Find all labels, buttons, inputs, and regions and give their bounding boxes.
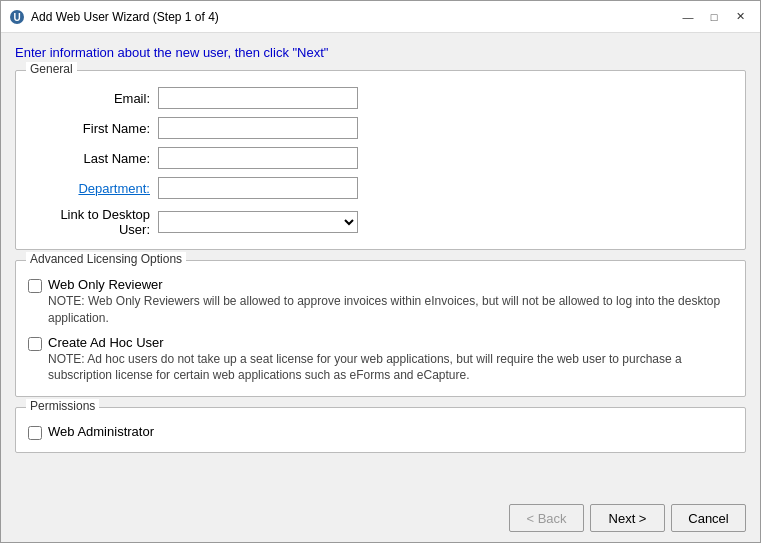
web-admin-label: Web Administrator <box>48 424 154 439</box>
first-name-input[interactable] <box>158 117 358 139</box>
close-button[interactable]: ✕ <box>728 7 752 27</box>
web-only-reviewer-row: Web Only Reviewer NOTE: Web Only Reviewe… <box>28 277 733 327</box>
create-ad-hoc-row: Create Ad Hoc User NOTE: Ad hoc users do… <box>28 335 733 385</box>
maximize-button[interactable]: □ <box>702 7 726 27</box>
instruction-text: Enter information about the new user, th… <box>15 45 746 60</box>
advanced-section: Advanced Licensing Options Web Only Revi… <box>15 260 746 397</box>
advanced-section-label: Advanced Licensing Options <box>26 252 186 266</box>
wizard-window: U Add Web User Wizard (Step 1 of 4) — □ … <box>0 0 761 543</box>
department-input[interactable] <box>158 177 358 199</box>
window-controls: — □ ✕ <box>676 7 752 27</box>
link-to-desktop-row: Link to Desktop User: <box>28 207 733 237</box>
instruction-prefix: Enter information about the new user, th… <box>15 45 293 60</box>
window-icon: U <box>9 9 25 25</box>
web-only-reviewer-label: Web Only Reviewer <box>48 277 733 292</box>
general-section: General Email: First Name: Last Name: De… <box>15 70 746 250</box>
create-ad-hoc-checkbox[interactable] <box>28 337 42 351</box>
email-row: Email: <box>28 87 733 109</box>
svg-text:U: U <box>13 12 20 23</box>
first-name-label: First Name: <box>28 121 158 136</box>
window-title: Add Web User Wizard (Step 1 of 4) <box>31 10 676 24</box>
email-input[interactable] <box>158 87 358 109</box>
titlebar: U Add Web User Wizard (Step 1 of 4) — □ … <box>1 1 760 33</box>
instruction-link: "Next" <box>293 45 329 60</box>
create-ad-hoc-note: NOTE: Ad hoc users do not take up a seat… <box>48 351 733 385</box>
web-admin-checkbox[interactable] <box>28 426 42 440</box>
next-button[interactable]: Next > <box>590 504 665 532</box>
web-only-reviewer-label-group: Web Only Reviewer NOTE: Web Only Reviewe… <box>48 277 733 327</box>
footer: < Back Next > Cancel <box>1 496 760 542</box>
sections-wrapper: General Email: First Name: Last Name: De… <box>15 70 746 484</box>
wizard-content: Enter information about the new user, th… <box>1 33 760 496</box>
link-to-desktop-label: Link to Desktop User: <box>28 207 158 237</box>
link-to-desktop-select[interactable] <box>158 211 358 233</box>
back-button[interactable]: < Back <box>509 504 584 532</box>
web-only-reviewer-note: NOTE: Web Only Reviewers will be allowed… <box>48 293 733 327</box>
permissions-section-label: Permissions <box>26 399 99 413</box>
minimize-button[interactable]: — <box>676 7 700 27</box>
last-name-row: Last Name: <box>28 147 733 169</box>
department-row: Department: <box>28 177 733 199</box>
last-name-label: Last Name: <box>28 151 158 166</box>
general-section-label: General <box>26 62 77 76</box>
create-ad-hoc-label: Create Ad Hoc User <box>48 335 733 350</box>
create-ad-hoc-label-group: Create Ad Hoc User NOTE: Ad hoc users do… <box>48 335 733 385</box>
first-name-row: First Name: <box>28 117 733 139</box>
department-label[interactable]: Department: <box>28 181 158 196</box>
web-only-reviewer-checkbox[interactable] <box>28 279 42 293</box>
email-label: Email: <box>28 91 158 106</box>
last-name-input[interactable] <box>158 147 358 169</box>
web-admin-row: Web Administrator <box>28 424 733 440</box>
cancel-button[interactable]: Cancel <box>671 504 746 532</box>
permissions-section: Permissions Web Administrator <box>15 407 746 453</box>
